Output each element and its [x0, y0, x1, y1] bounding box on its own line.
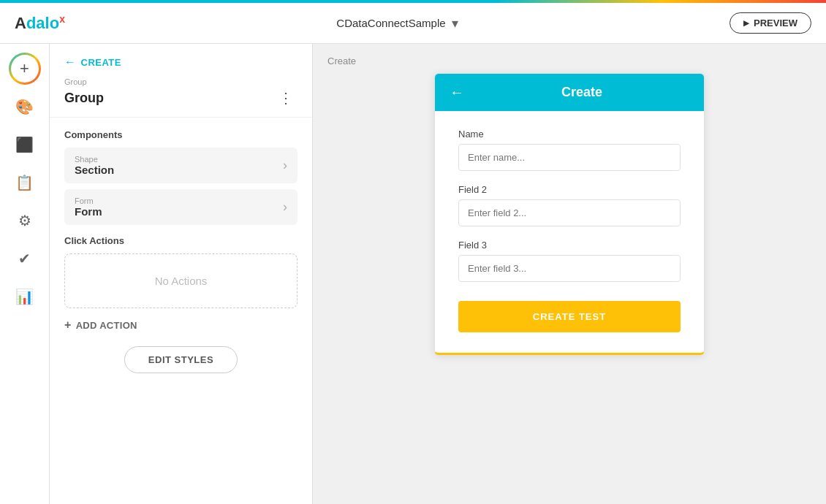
form-type-label: Form: [75, 196, 102, 205]
group-title-row: Group ⋮: [64, 88, 298, 108]
edit-styles-button[interactable]: EDIT STYLES: [124, 346, 238, 373]
no-actions-text: No Actions: [155, 275, 208, 287]
database-button[interactable]: 📋: [9, 167, 41, 199]
play-icon: ▶: [743, 19, 749, 27]
field2-label: Field 2: [458, 184, 681, 195]
no-actions-box: No Actions: [64, 253, 298, 308]
add-action-plus-icon: +: [64, 318, 72, 332]
logo-dalo: dalo: [26, 14, 59, 32]
check-button[interactable]: ✔: [9, 243, 41, 275]
screens-button[interactable]: ⬛: [9, 129, 41, 161]
canvas-label: Create: [327, 56, 356, 66]
create-form-body: Name Field 2 Field 3 CREATE TEST: [435, 111, 704, 353]
screen-icon: ⬛: [15, 136, 34, 153]
palette-icon: 🎨: [15, 98, 34, 115]
chart-button[interactable]: 📊: [9, 280, 41, 313]
create-test-button[interactable]: CREATE TEST: [458, 301, 681, 332]
click-actions-label: Click Actions: [64, 235, 298, 246]
field3-group: Field 3: [458, 240, 681, 282]
create-form-title: Create: [474, 85, 689, 100]
shape-section-left: Shape Section: [75, 155, 114, 176]
gear-icon: ⚙: [18, 212, 31, 229]
back-arrow-icon: ←: [64, 56, 77, 69]
form-left: Form Form: [75, 196, 102, 218]
left-panel: ← CREATE Group Group ⋮ Components Shape …: [50, 44, 313, 504]
create-form-card: ← Create Name Field 2 Field 3: [434, 73, 705, 355]
preview-label: PREVIEW: [754, 18, 797, 28]
chart-icon: 📊: [15, 288, 34, 305]
panel-body: Components Shape Section › Form Form › C…: [50, 118, 312, 385]
field3-label: Field 3: [458, 240, 681, 251]
chevron-down-icon: ▾: [452, 15, 458, 31]
add-action-label: ADD ACTION: [76, 320, 137, 331]
main-layout: + 🎨 ⬛ 📋 ⚙ ✔ 📊 ← CREATE Group G: [0, 44, 826, 504]
form-arrow-icon: ›: [283, 199, 287, 215]
group-title: Group: [64, 91, 104, 106]
form-item[interactable]: Form Form ›: [64, 189, 298, 225]
shape-type-label: Shape: [75, 155, 114, 164]
header: Adalox CDataConnectSample ▾ ▶ PREVIEW: [0, 3, 826, 44]
canvas: Create ← Create Name Field 2: [313, 44, 826, 504]
preview-button[interactable]: ▶ PREVIEW: [730, 12, 811, 34]
field3-input[interactable]: [458, 255, 681, 282]
settings-button[interactable]: ⚙: [9, 205, 41, 237]
add-action-button[interactable]: + ADD ACTION: [64, 318, 298, 332]
shape-arrow-icon: ›: [283, 158, 287, 173]
shape-name-label: Section: [75, 164, 114, 176]
phone-area: ← Create Name Field 2 Field 3: [434, 73, 705, 355]
project-name: CDataConnectSample: [336, 17, 445, 29]
field2-group: Field 2: [458, 184, 681, 226]
back-to-create-link[interactable]: ← CREATE: [64, 56, 298, 69]
back-label: CREATE: [81, 57, 121, 68]
name-label: Name: [458, 129, 681, 140]
form-back-arrow-icon[interactable]: ←: [450, 84, 464, 101]
shape-section-item[interactable]: Shape Section ›: [64, 148, 298, 183]
add-component-button[interactable]: +: [9, 53, 41, 85]
logo: Adalox: [15, 13, 65, 33]
panel-header: ← CREATE Group Group ⋮: [50, 44, 312, 118]
project-selector[interactable]: CDataConnectSample ▾: [336, 15, 458, 31]
palette-button[interactable]: 🎨: [9, 91, 41, 123]
more-options-button[interactable]: ⋮: [274, 88, 298, 108]
icon-bar: + 🎨 ⬛ 📋 ⚙ ✔ 📊: [0, 44, 50, 504]
logo-text: Adalox: [15, 13, 65, 33]
logo-a: A: [15, 14, 26, 32]
create-card-header: ← Create: [435, 74, 704, 111]
database-icon: 📋: [15, 174, 34, 191]
group-label: Group: [64, 77, 298, 86]
components-section-label: Components: [64, 129, 298, 140]
plus-icon: +: [20, 59, 29, 78]
name-input[interactable]: [458, 144, 681, 171]
field2-input[interactable]: [458, 199, 681, 226]
form-name-label: Form: [75, 205, 102, 218]
name-field-group: Name: [458, 129, 681, 171]
logo-x: x: [59, 13, 65, 25]
check-icon: ✔: [18, 250, 31, 267]
